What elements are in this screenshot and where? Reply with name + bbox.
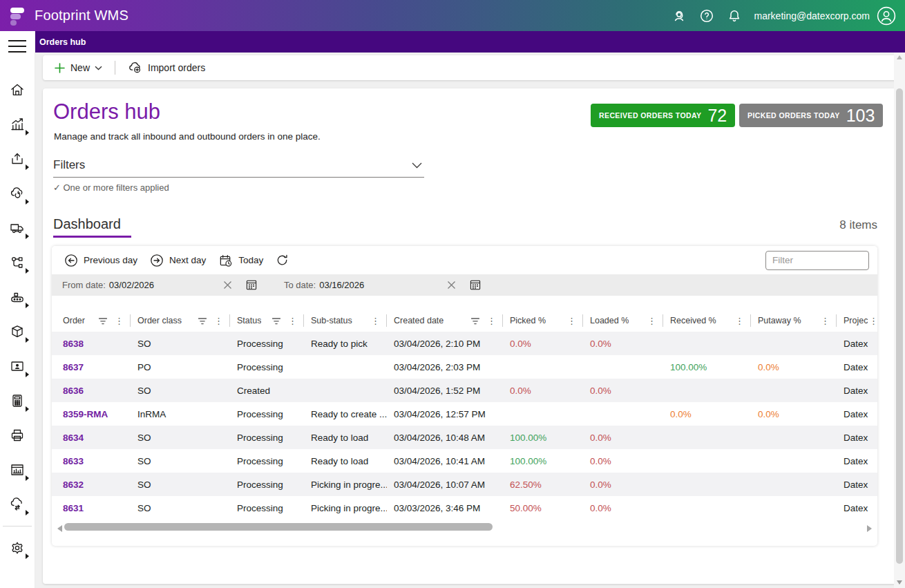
column-header-picked[interactable]: Picked %⋮ (503, 310, 583, 332)
support-agent-icon[interactable] (665, 2, 693, 30)
account-icon[interactable] (877, 6, 896, 26)
percent-value: 0.0% (590, 339, 611, 349)
cell-order[interactable]: 8638 (52, 339, 131, 349)
footprint-logo-icon[interactable] (8, 6, 28, 26)
column-menu-icon[interactable]: ⋮ (288, 316, 297, 325)
filter-icon[interactable] (272, 316, 281, 325)
column-header-created[interactable]: Created date⋮ (387, 310, 503, 332)
filters-expand-icon[interactable] (412, 162, 422, 169)
order-link[interactable]: 8634 (63, 433, 84, 443)
orders-table-header: Order⋮Order class⋮Status⋮Sub-status⋮Crea… (52, 310, 877, 332)
import-orders-button[interactable]: Import orders (121, 55, 212, 80)
menu-toggle-icon[interactable] (8, 40, 26, 53)
table-row[interactable]: 8632SOProcessingPicking in progre...03/0… (52, 473, 877, 496)
column-header-putaway[interactable]: Putaway %⋮ (751, 310, 837, 332)
cell-order_class: InRMA (131, 409, 230, 419)
notifications-icon[interactable] (721, 2, 748, 30)
vscroll-up-arrow[interactable] (897, 55, 902, 59)
sidebar-item-contact-card[interactable] (0, 349, 35, 383)
filters-section-label[interactable]: Filters (53, 158, 85, 172)
from-date-clear-icon[interactable] (223, 281, 232, 290)
column-header-sub_status[interactable]: Sub-status⋮ (304, 310, 387, 332)
filter-icon[interactable] (470, 316, 480, 325)
hscroll-left-arrow[interactable] (57, 525, 62, 532)
home-icon (9, 82, 26, 98)
column-menu-icon[interactable]: ⋮ (869, 316, 877, 325)
previous-day-label: Previous day (84, 255, 137, 265)
sidebar-item-truck[interactable] (0, 211, 35, 245)
to-date-clear-icon[interactable] (447, 281, 456, 290)
sidebar-item-calculator[interactable] (0, 383, 35, 418)
column-menu-icon[interactable]: ⋮ (567, 316, 576, 325)
column-menu-icon[interactable]: ⋮ (735, 316, 744, 325)
grid-filter-input[interactable] (766, 255, 877, 265)
column-menu-icon[interactable]: ⋮ (487, 316, 496, 325)
sidebar-item-settings[interactable] (0, 531, 35, 565)
to-date-chip: To date: 03/16/2026 (284, 280, 481, 290)
column-header-loaded[interactable]: Loaded %⋮ (583, 310, 663, 332)
vscroll-thumb[interactable] (896, 88, 903, 564)
new-button[interactable]: New (47, 55, 109, 80)
today-button[interactable]: Today (218, 254, 263, 267)
cell-order[interactable]: 8633 (52, 456, 131, 466)
sidebar-item-report[interactable] (0, 453, 35, 487)
table-row[interactable]: 8633SOProcessingReady to load03/04/2026,… (52, 449, 877, 473)
refresh-button[interactable] (276, 254, 289, 267)
column-label: Sub-status (311, 316, 352, 325)
table-row[interactable]: 8631SOProcessingPicking in progre...03/0… (52, 496, 877, 520)
column-header-order_class[interactable]: Order class⋮ (131, 310, 230, 332)
column-menu-icon[interactable]: ⋮ (214, 316, 223, 325)
cell-order[interactable]: 8634 (52, 433, 131, 443)
order-link[interactable]: 8631 (63, 503, 84, 513)
column-menu-icon[interactable]: ⋮ (115, 316, 124, 325)
sidebar-item-conveyor[interactable] (0, 280, 35, 314)
order-link[interactable]: 8632 (63, 480, 84, 490)
column-header-project[interactable]: Projec⋮ (837, 310, 877, 332)
order-link[interactable]: 8636 (63, 386, 84, 396)
table-row[interactable]: 8636SOCreated03/04/2026, 1:52 PM0.0%0.0%… (52, 379, 877, 402)
order-link[interactable]: 8637 (63, 362, 84, 372)
table-row[interactable]: 8359-RMAInRMAProcessingReady to create .… (52, 402, 877, 426)
cell-order[interactable]: 8632 (52, 480, 131, 490)
order-link[interactable]: 8638 (63, 339, 84, 349)
cell-order[interactable]: 8636 (52, 386, 131, 396)
filter-icon[interactable] (98, 316, 108, 325)
order-link[interactable]: 8359-RMA (63, 409, 108, 419)
tab-dashboard[interactable]: Dashboard (53, 216, 121, 232)
cell-order[interactable]: 8359-RMA (52, 409, 131, 419)
sidebar-item-package[interactable] (0, 314, 35, 349)
workflow-icon (9, 254, 26, 271)
sidebar-item-outbound[interactable] (0, 142, 35, 176)
sidebar-item-home[interactable] (0, 73, 35, 107)
sidebar-item-printer[interactable] (0, 418, 35, 453)
table-row[interactable]: 8638SOProcessingReady to pick03/04/2026,… (52, 332, 877, 355)
cell-order[interactable]: 8637 (52, 362, 131, 372)
from-date-calendar-icon[interactable] (246, 280, 257, 290)
cell-picked: 50.00% (503, 503, 583, 513)
previous-day-button[interactable]: Previous day (64, 254, 137, 267)
hscroll-right-arrow[interactable] (867, 525, 872, 532)
help-icon[interactable] (693, 2, 721, 30)
column-header-received[interactable]: Received %⋮ (663, 310, 751, 332)
column-menu-icon[interactable]: ⋮ (371, 316, 380, 325)
sidebar-item-cloud-sync[interactable] (0, 487, 35, 522)
to-date-calendar-icon[interactable] (470, 280, 481, 290)
sidebar-item-workflow[interactable] (0, 245, 35, 280)
hscroll-thumb[interactable] (64, 523, 493, 531)
user-email[interactable]: marketing@datexcorp.com (754, 10, 870, 21)
sidebar-item-cloud-return[interactable] (0, 176, 35, 211)
table-row[interactable]: 8634SOProcessingReady to load03/04/2026,… (52, 426, 877, 449)
column-menu-icon[interactable]: ⋮ (647, 316, 656, 325)
column-menu-icon[interactable]: ⋮ (821, 316, 830, 325)
column-label: Picked % (510, 316, 546, 325)
cell-loaded: 0.0% (583, 456, 663, 466)
cell-order[interactable]: 8631 (52, 503, 131, 513)
table-row[interactable]: 8637POProcessing03/04/2026, 2:03 PM100.0… (52, 355, 877, 379)
filter-icon[interactable] (198, 316, 207, 325)
next-day-button[interactable]: Next day (150, 254, 206, 267)
vscroll-down-arrow[interactable] (897, 580, 902, 585)
column-header-status[interactable]: Status⋮ (230, 310, 304, 332)
order-link[interactable]: 8633 (63, 456, 84, 466)
column-header-order[interactable]: Order⋮ (52, 310, 131, 332)
sidebar-item-analytics[interactable] (0, 107, 35, 142)
